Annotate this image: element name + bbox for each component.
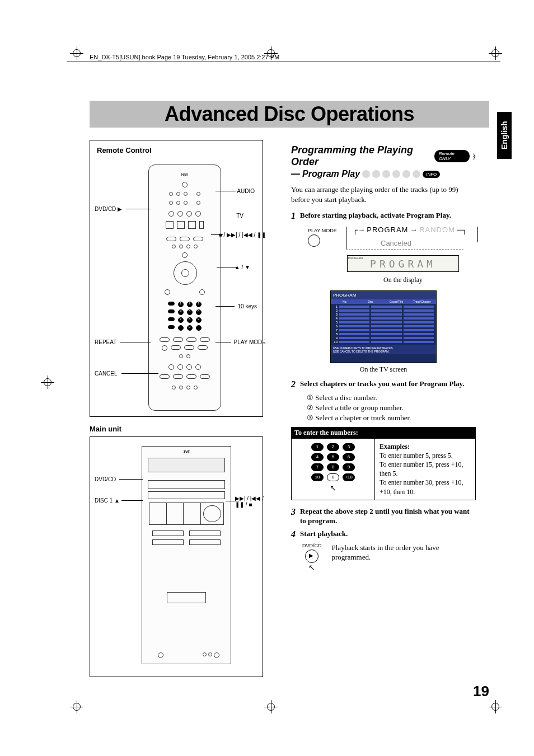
key-5: 5 [327, 453, 339, 461]
tv-label: TV [236, 213, 243, 219]
substep-2: ② Select a title or group number. [307, 403, 476, 413]
keypad-illustration: 1 2 3 4 5 6 7 8 9 10 0 +10 [292, 439, 375, 500]
format-dot [372, 170, 380, 178]
main-right-label: ▶▶| / |◀◀ / ❚❚ / ■ [235, 495, 264, 508]
remote-only-badge: Remote ONLY [434, 150, 470, 162]
doc-meta-line: EN_DX-T5[USUN].book Page 19 Tuesday, Feb… [90, 54, 279, 60]
example-1: To enter number 5, press 5. [380, 451, 471, 460]
enter-numbers-header: To enter the numbers: [291, 427, 476, 439]
key-1: 1 [311, 443, 324, 451]
playback-description: Playback starts in the order you have pr… [332, 543, 476, 562]
crop-mark [73, 49, 81, 59]
tv-screen-diagram: PROGRAM No. Disc Group/Title Track/Chapt… [330, 290, 437, 363]
tv-header-disc: Disc [358, 300, 383, 303]
random-state: RANDOM [419, 226, 455, 234]
tv-header-track: Track/Chapter [409, 300, 435, 303]
section-title: Programming the Playing Order [291, 144, 431, 168]
ten-keys-label: 10 keys [238, 303, 257, 309]
format-dot [382, 170, 390, 178]
key-2: 2 [327, 443, 339, 451]
page-number: 19 [473, 683, 489, 700]
tv-program-title: PROGRAM [331, 291, 436, 299]
display-caption: On the display [353, 276, 453, 284]
main-dvdcd-label: DVD/CD [95, 476, 116, 482]
signal-icon: ⦒ [473, 152, 476, 161]
step-2-text: Select chapters or tracks you want for P… [300, 379, 465, 389]
step-2-number: 2 [291, 379, 296, 389]
remote-control-heading: Remote Control [97, 146, 256, 154]
example-2: To enter number 15, press +10, then 5. [380, 460, 471, 478]
substep-3: ③ Select a chapter or track number. [307, 413, 476, 423]
intro-text: You can arrange the playing order of the… [291, 185, 476, 204]
lcd-mode-label: PROGRAM [348, 256, 363, 260]
stop-next-label: ■ / ▶▶| / |◀◀ / ❚❚ [219, 232, 266, 238]
key-9: 9 [343, 463, 355, 471]
examples-heading: Examples: [380, 442, 471, 451]
language-tab: English [497, 112, 512, 159]
main-unit-box: JVC [90, 436, 263, 677]
step-1-number: 1 [291, 211, 296, 221]
tv-header-group: Group/Title [383, 300, 409, 303]
format-dot [402, 170, 410, 178]
tv-caption: On the TV screen [330, 365, 437, 374]
tv-header-no: No. [332, 300, 358, 303]
jvc-logo: JVC [142, 450, 231, 454]
crop-mark [267, 703, 275, 712]
step-3-text: Repeat the above step 2 until you finish… [300, 507, 476, 526]
subtitle-text: Program Play [302, 169, 360, 179]
lcd-display: PROGRAM [347, 255, 459, 272]
step-4-number: 4 [291, 529, 296, 539]
canceled-state: Canceled [381, 239, 411, 247]
main-unit-heading: Main unit [90, 425, 263, 433]
key-4: 4 [311, 453, 324, 461]
cancel-label: CANCEL [95, 370, 118, 377]
crop-mark [73, 703, 81, 712]
crop-mark [491, 49, 499, 59]
mode-flow-diagram: PLAY MODE ┌→ PROGRAM → RANDOM ─┐ Cancele… [308, 224, 476, 286]
main-unit-illustration: JVC [142, 446, 231, 664]
dvdcd-play-icon: DVD/CD ↖ [302, 543, 322, 572]
key-7: 7 [311, 463, 324, 471]
program-state: PROGRAM [367, 226, 408, 234]
dvdcd-play-label-small: DVD/CD [302, 543, 322, 548]
crop-mark [491, 703, 499, 712]
header-rule [67, 62, 500, 62]
page-title-bar: Advanced Disc Operations [90, 101, 489, 128]
repeat-label: REPEAT [95, 339, 116, 345]
updown-label: ▲ / ▼ [235, 264, 250, 270]
page-title: Advanced Disc Operations [165, 102, 414, 126]
remote-illustration: MBR 123 456 789 0 [148, 165, 221, 411]
step-3-number: 3 [291, 507, 296, 526]
example-3: To enter number 30, press +10, +10, then… [380, 478, 471, 496]
key-plus10: +10 [343, 473, 355, 481]
enter-numbers-table: 1 2 3 4 5 6 7 8 9 10 0 +10 [291, 439, 476, 500]
play-mode-caption: PLAY MODE [308, 228, 337, 233]
format-dot [413, 170, 420, 178]
key-8: 8 [327, 463, 339, 471]
disc1-label: DISC 1 ▲ [95, 497, 120, 504]
subtitle-dash: — [291, 169, 300, 179]
format-dot [392, 170, 400, 178]
play-mode-label: PLAY MODE [234, 339, 266, 345]
tv-footer-2: USE CANCEL TO DELETE THE PROGRAM. [333, 350, 434, 353]
key-10: 10 [311, 473, 324, 481]
dvdcd-play-label: DVD/CD ▶ [95, 206, 122, 212]
substep-1: ① Select a disc number. [307, 393, 476, 403]
audio-label: AUDIO [237, 188, 255, 194]
key-6: 6 [343, 453, 355, 461]
crop-mark [267, 49, 275, 59]
step-1-text: Before starting playback, activate Progr… [300, 211, 451, 221]
crop-mark [44, 378, 51, 388]
format-dot [362, 170, 370, 178]
key-3: 3 [343, 443, 355, 451]
info-badge: INFO [423, 171, 440, 178]
step-4-text: Start playback. [300, 529, 348, 539]
remote-control-box: Remote Control MBR [90, 140, 263, 417]
press-icon: ↖ [330, 483, 336, 492]
mbr-label: MBR [149, 173, 221, 177]
key-0: 0 [327, 473, 339, 481]
